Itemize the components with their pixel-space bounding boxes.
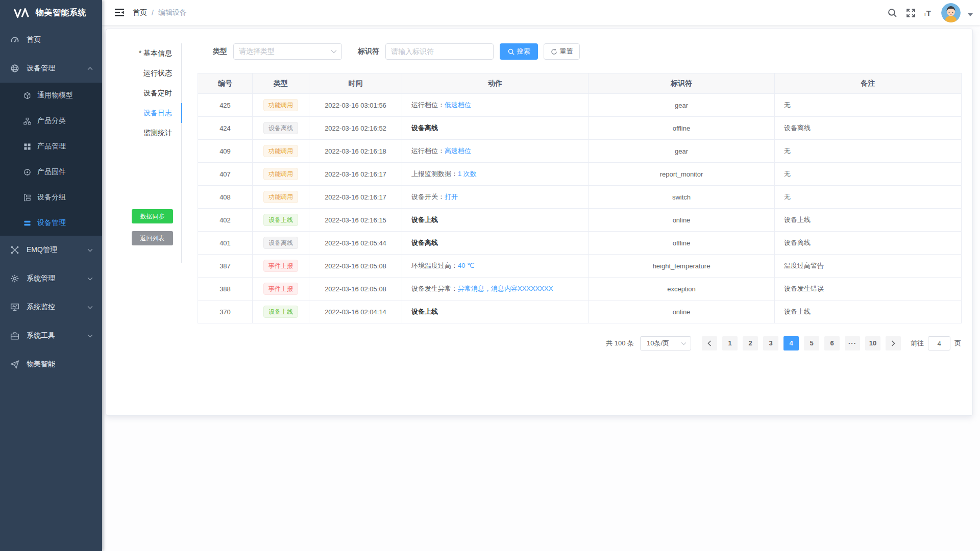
log-table-row: 387事件上报2022-03-16 02:05:08环境温度过高：40 ℃hei…: [198, 255, 962, 278]
cell-time: 2022-03-16 02:16:15: [309, 209, 402, 232]
sidebar-item-system-management[interactable]: 系统管理: [0, 264, 102, 293]
sidebar: 物美智能系统 首页 设备管理: [0, 0, 102, 551]
cell-remark: 无: [775, 186, 962, 209]
goto-page-input[interactable]: [928, 336, 950, 350]
cell-remark: 温度过高警告: [775, 255, 962, 278]
cell-identifier: exception: [589, 278, 775, 300]
cell-type: 功能调用: [253, 140, 309, 163]
action-link[interactable]: 打开: [445, 193, 458, 201]
font-size-icon[interactable]: тT: [924, 9, 931, 17]
user-menu-caret-icon[interactable]: [968, 13, 973, 16]
col-header-remark: 备注: [775, 73, 962, 94]
cell-action: 运行档位：高速档位: [402, 140, 589, 163]
search-icon[interactable]: [887, 7, 898, 18]
action-link[interactable]: 40 ℃: [458, 262, 475, 269]
cell-identifier: gear: [589, 140, 775, 163]
page-size-select[interactable]: 10条/页: [640, 336, 691, 350]
fold-sidebar-button[interactable]: [110, 4, 129, 22]
cell-type: 功能调用: [253, 186, 309, 209]
page-button-3[interactable]: 3: [763, 336, 778, 350]
back-to-list-button[interactable]: 返回列表: [132, 231, 173, 245]
device-list-icon: [23, 219, 31, 227]
sidebar-item-home[interactable]: 首页: [0, 26, 102, 54]
next-page-button[interactable]: [886, 336, 901, 350]
action-text: 设备上线: [411, 216, 438, 223]
sidebar-item-system-monitor[interactable]: 系统监控: [0, 293, 102, 321]
page-button-10[interactable]: 10: [865, 336, 880, 350]
app-root: 物美智能系统 首页 设备管理: [0, 0, 980, 551]
page-button-2[interactable]: 2: [743, 336, 758, 350]
cell-remark: 设备上线: [775, 209, 962, 232]
sidebar-item-emq[interactable]: EMQ管理: [0, 236, 102, 264]
tab-basic-info[interactable]: * 基本信息: [106, 43, 181, 63]
sidebar-item-product-category[interactable]: 产品分类: [0, 108, 102, 134]
hamburger-fold-icon: [115, 9, 124, 16]
logo[interactable]: 物美智能系统: [0, 0, 102, 26]
logo-icon: [13, 8, 31, 18]
sidebar-item-thing-model[interactable]: 通用物模型: [0, 83, 102, 108]
device-management-submenu: 通用物模型 产品分类: [0, 83, 102, 236]
app-title: 物美智能系统: [36, 8, 86, 18]
log-table-row: 402设备上线2022-03-16 02:16:15设备上线online设备上线: [198, 209, 962, 232]
cell-time: 2022-03-16 02:16:17: [309, 186, 402, 209]
more-pages-button[interactable]: ···: [845, 336, 860, 350]
sidebar-item-wumei-smart[interactable]: 物美智能: [0, 350, 102, 379]
breadcrumb-current: 编辑设备: [158, 8, 187, 17]
col-header-type: 类型: [253, 73, 309, 94]
tab-run-status[interactable]: 运行状态: [106, 63, 181, 83]
log-table-row: 424设备离线2022-03-16 02:16:52设备离线offline设备离…: [198, 117, 962, 140]
log-table-row: 370设备上线2022-03-16 02:04:14设备上线online设备上线: [198, 300, 962, 323]
devices-icon: [10, 64, 19, 73]
cell-identifier: gear: [589, 94, 775, 117]
sidebar-item-system-tools[interactable]: 系统工具: [0, 321, 102, 350]
pagination: 共 100 条 10条/页 123456···10: [198, 336, 961, 350]
cell-action: 设备发生异常：异常消息，消息内容XXXXXXXX: [402, 278, 589, 300]
cell-remark: 无: [775, 163, 962, 186]
cell-type: 功能调用: [253, 94, 309, 117]
cell-id: 425: [198, 94, 253, 117]
tab-monitor-stats[interactable]: 监测统计: [106, 123, 181, 143]
type-tag: 事件上报: [263, 260, 298, 272]
paper-plane-icon: [10, 360, 19, 369]
page-button-1[interactable]: 1: [722, 336, 738, 350]
page-button-6[interactable]: 6: [824, 336, 840, 350]
action-link[interactable]: 高速档位: [445, 147, 471, 155]
page-button-5[interactable]: 5: [804, 336, 819, 350]
sidebar-item-device-management[interactable]: 设备管理: [0, 54, 102, 83]
tab-device-timer[interactable]: 设备定时: [106, 83, 181, 103]
log-filter-bar: 类型 请选择类型 标识符 搜索: [198, 43, 961, 60]
sidebar-item-device-list[interactable]: 设备管理: [0, 210, 102, 236]
page-button-4[interactable]: 4: [783, 336, 799, 350]
breadcrumb: 首页 / 编辑设备: [133, 8, 187, 17]
sidebar-item-device-group[interactable]: 设备分组: [0, 185, 102, 210]
action-link[interactable]: 1 次数: [458, 170, 477, 178]
tab-device-log[interactable]: 设备日志: [106, 103, 181, 123]
log-table-row: 409功能调用2022-03-16 02:16:18运行档位：高速档位gear无: [198, 140, 962, 163]
reset-button[interactable]: 重置: [544, 43, 580, 60]
cell-action: 环境温度过高：40 ℃: [402, 255, 589, 278]
cell-time: 2022-03-16 02:16:17: [309, 163, 402, 186]
cell-action: 上报监测数据：1 次数: [402, 163, 589, 186]
log-table-row: 425功能调用2022-03-16 03:01:56运行档位：低速档位gear无: [198, 94, 962, 117]
cell-action: 设备开关：打开: [402, 186, 589, 209]
avatar[interactable]: [941, 3, 961, 22]
prev-page-button[interactable]: [702, 336, 717, 350]
log-table-row: 401设备离线2022-03-16 02:05:44设备离线offline设备离…: [198, 232, 962, 255]
action-link[interactable]: 低速档位: [445, 101, 471, 109]
breadcrumb-home[interactable]: 首页: [133, 8, 147, 17]
col-header-time: 时间: [309, 73, 402, 94]
group-icon: [23, 194, 31, 202]
sidebar-item-product-management[interactable]: 产品管理: [0, 134, 102, 159]
sidebar-item-product-firmware[interactable]: 产品固件: [0, 159, 102, 185]
identifier-input[interactable]: [385, 43, 494, 60]
log-table-row: 407功能调用2022-03-16 02:16:17上报监测数据：1 次数rep…: [198, 163, 962, 186]
cell-type: 事件上报: [253, 278, 309, 300]
toolbox-icon: [10, 331, 19, 340]
search-button[interactable]: 搜索: [500, 43, 538, 60]
type-select[interactable]: 请选择类型: [233, 43, 342, 60]
type-tag: 设备上线: [263, 214, 298, 226]
cell-id: 401: [198, 232, 253, 255]
fullscreen-icon[interactable]: [905, 7, 917, 18]
action-link[interactable]: 异常消息，消息内容XXXXXXXX: [458, 285, 553, 292]
data-sync-button[interactable]: 数据同步: [132, 209, 173, 223]
